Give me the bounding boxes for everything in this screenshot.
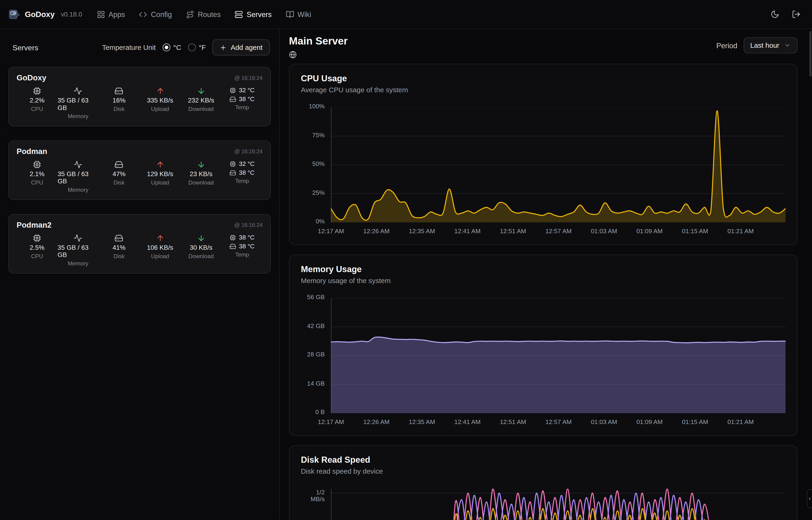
x-tick-label: 01:09 AM	[637, 418, 663, 425]
cpu-value: 2.1%	[30, 171, 45, 178]
cpu-usage-chart[interactable]	[331, 107, 785, 222]
nav-label: Wiki	[298, 10, 311, 19]
disk-value: 41%	[113, 244, 126, 251]
y-tick-label: 56 GB	[307, 294, 325, 301]
chart-subtitle: Disk read speed by device	[301, 467, 785, 475]
disk-temp-value: 38 °C	[239, 95, 254, 103]
logout-icon	[792, 10, 801, 19]
period-label: Period	[716, 41, 737, 50]
logout-button[interactable]	[792, 10, 801, 19]
temp-unit-celsius-radio[interactable]: °C	[163, 44, 181, 51]
add-agent-button[interactable]: Add agent	[213, 40, 270, 55]
nav-item-routes[interactable]: Routes	[186, 10, 221, 19]
upload-metric: 335 KB/s Upload	[140, 86, 181, 119]
nav-label: Apps	[109, 10, 125, 19]
server-url-globe[interactable]	[289, 51, 297, 58]
disk-temp-value: 38 °C	[239, 169, 254, 176]
nav-item-apps[interactable]: Apps	[96, 10, 125, 19]
y-axis-labels: 56 GB42 GB28 GB14 GB0 B	[301, 298, 331, 413]
upload-value: 106 KB/s	[147, 244, 173, 251]
hard-drive-icon	[115, 86, 123, 95]
godoxy-logo-icon	[8, 8, 20, 20]
x-tick-label: 12:57 AM	[545, 228, 572, 235]
brand[interactable]: GoDoxy v0.18.0	[8, 8, 82, 20]
scrollbar-thumb[interactable]	[809, 31, 812, 77]
memory-label: Memory	[68, 113, 88, 119]
server-card-godoxy[interactable]: GoDoxy @ 16:16:24 2.2% CPU 35 GB / 63 GB…	[8, 67, 271, 127]
arrow-down-icon	[197, 234, 205, 242]
disk-read-speed-chart[interactable]	[331, 489, 785, 520]
disk-label: Disk	[114, 106, 125, 112]
theme-toggle-button[interactable]	[771, 10, 779, 19]
y-tick-label: 1/2 MB/s	[303, 489, 325, 503]
cpu-icon	[229, 160, 236, 167]
add-agent-label: Add agent	[231, 44, 262, 51]
chart-title: Disk Read Speed	[301, 455, 785, 465]
y-tick-label: 75%	[312, 132, 325, 139]
upload-value: 335 KB/s	[147, 97, 173, 104]
server-metrics: 2.5% CPU 35 GB / 63 GB Memory 41% Disk	[17, 234, 262, 266]
temperature-unit-label: Temperature Unit	[102, 44, 156, 51]
cpu-temp-value: 32 °C	[239, 86, 254, 94]
arrow-up-icon	[156, 234, 165, 242]
grid-icon	[96, 10, 105, 19]
nav-item-config[interactable]: Config	[139, 10, 172, 19]
download-label: Download	[188, 253, 214, 259]
server-metrics: 2.2% CPU 35 GB / 63 GB Memory 16% Disk	[17, 86, 262, 119]
y-tick-label: 0 B	[315, 409, 325, 416]
app-version: v0.18.0	[61, 11, 82, 18]
cpu-metric: 2.5% CPU	[17, 234, 57, 266]
nav-item-wiki[interactable]: Wiki	[286, 10, 311, 19]
download-metric: 232 KB/s Download	[181, 86, 222, 119]
disk-value: 16%	[113, 97, 126, 104]
period-select[interactable]: Last hour	[744, 37, 797, 53]
memory-value: 35 GB / 63 GB	[57, 171, 99, 185]
x-tick-label: 12:17 AM	[318, 228, 344, 235]
celsius-label: °C	[173, 44, 181, 51]
x-tick-label: 01:09 AM	[637, 228, 663, 235]
arrow-down-icon	[197, 160, 205, 169]
disk-temp-value: 38 °C	[239, 242, 254, 250]
hard-drive-icon	[229, 243, 236, 250]
main-content: Main Server Period Last hour CPU Usage A…	[280, 29, 812, 520]
chevron-down-icon	[784, 42, 791, 49]
disk-temp-row: 38 °C	[229, 95, 254, 103]
nav-label: Config	[151, 10, 172, 19]
x-tick-label: 12:26 AM	[363, 418, 390, 425]
x-tick-label: 12:35 AM	[409, 418, 435, 425]
arrow-up-icon	[156, 86, 165, 95]
cpu-icon	[229, 87, 236, 94]
temp-label: Temp	[235, 104, 249, 110]
temp-metric: 38 °C 38 °C Temp	[222, 234, 262, 266]
servers-panel: Servers Temperature Unit °C °F Add agent	[0, 29, 280, 520]
navbar-right	[771, 10, 801, 19]
book-icon	[286, 10, 294, 19]
cpu-value: 2.2%	[30, 97, 45, 104]
memory-usage-card: Memory Usage Memory usage of the system …	[289, 254, 797, 436]
server-name: GoDoxy	[17, 73, 46, 82]
y-tick-label: 28 GB	[307, 351, 325, 359]
temp-unit-fahrenheit-radio[interactable]: °F	[188, 44, 206, 51]
server-card-podman2[interactable]: Podman2 @ 16:16:24 2.5% CPU 35 GB / 63 G…	[8, 214, 271, 274]
chart-body: 1/2 MB/s	[301, 489, 785, 520]
cpu-value: 2.5%	[30, 244, 45, 251]
y-tick-label: 14 GB	[307, 380, 325, 387]
server-card-podman[interactable]: Podman @ 16:16:24 2.1% CPU 35 GB / 63 GB…	[8, 140, 271, 200]
download-value: 232 KB/s	[188, 97, 214, 104]
chart-body: 100%75%50%25%0%	[301, 107, 785, 222]
memory-usage-chart[interactable]	[331, 298, 785, 413]
chart-subtitle: Memory usage of the system	[301, 277, 785, 284]
globe-icon	[289, 51, 297, 58]
nav-item-servers[interactable]: Servers	[235, 10, 272, 19]
memory-label: Memory	[68, 187, 88, 193]
disk-metric: 47% Disk	[99, 160, 139, 193]
download-value: 30 KB/s	[190, 244, 212, 251]
chart-title: Memory Usage	[301, 264, 785, 274]
main-nav: Apps Config Routes Servers Wiki	[96, 10, 311, 19]
x-tick-label: 12:35 AM	[409, 228, 435, 235]
x-tick-label: 01:21 AM	[728, 418, 754, 425]
cpu-label: CPU	[31, 179, 43, 186]
sidebar-collapse-handle[interactable]	[807, 489, 812, 508]
temp-metric: 32 °C 38 °C Temp	[222, 86, 262, 119]
arrow-down-icon	[197, 86, 205, 95]
